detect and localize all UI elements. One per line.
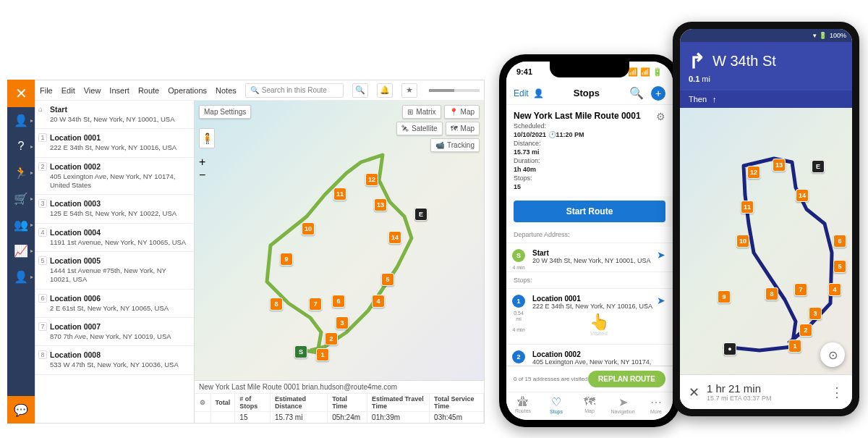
stop-row[interactable]: 1Location 0001222 E 34th St, New York, N… — [35, 129, 194, 157]
gear-icon[interactable]: ⚙ — [195, 394, 210, 412]
android-marker-13[interactable]: 13 — [773, 159, 786, 172]
sort-icon[interactable]: 👤 — [533, 88, 544, 98]
marker-10[interactable]: 10 — [302, 222, 315, 235]
stop-row[interactable]: 8Location 0008533 W 47th St, New York, N… — [35, 346, 194, 374]
marker-2[interactable]: 2 — [325, 332, 338, 345]
scrollbar[interactable] — [429, 89, 480, 92]
stop-row[interactable]: 6Location 00062 E 61st St, New York, NY … — [35, 290, 194, 318]
marker-9[interactable]: 9 — [280, 253, 293, 266]
remaining-time: 1 hr 21 min — [707, 382, 771, 395]
stop-list[interactable]: ⌂Start20 W 34th St, New York, NY 10001, … — [35, 101, 195, 423]
sidebar-help[interactable]: ?▸ — [7, 133, 35, 159]
android-marker-4[interactable]: 4 — [828, 283, 841, 296]
marker-3[interactable]: 3 — [336, 316, 349, 329]
navigate-icon[interactable]: ➤ — [657, 249, 665, 261]
search-input[interactable]: 🔍 Search in this Route — [245, 83, 344, 98]
stop-row[interactable]: 4Location 00041191 1st Avenue, New York,… — [35, 224, 194, 252]
marker-12[interactable]: 12 — [365, 173, 378, 186]
android-marker-5[interactable]: 5 — [833, 260, 846, 273]
edit-button[interactable]: Edit 👤 — [514, 88, 544, 98]
android-map[interactable]: ● 1 2 3 4 5 6 7 8 9 10 11 12 13 14 E ⊙ — [680, 108, 852, 374]
zoom-in-button[interactable]: + — [199, 156, 205, 169]
tab-routes[interactable]: 🛣Routes — [506, 395, 540, 414]
ios-stop-start[interactable]: S 4 min Start 20 W 34th St, New York, NY… — [506, 243, 673, 272]
zoom-out-button[interactable]: − — [199, 169, 205, 182]
android-marker-8[interactable]: 8 — [765, 287, 778, 300]
stop-row[interactable]: 7Location 0007870 7th Ave, New York, NY … — [35, 318, 194, 346]
map-button[interactable]: 📍 Map — [444, 105, 480, 119]
start-route-button[interactable]: Start Route — [514, 201, 665, 222]
marker-13[interactable]: 13 — [374, 198, 387, 211]
marker-1[interactable]: 1 — [316, 348, 329, 361]
stop-row[interactable]: 5Location 00051444 1st Avenue #75th, New… — [35, 252, 194, 290]
ios-tabbar: 🛣Routes ♡Stops 🗺Map ➤Navigation ⋯More — [506, 392, 673, 420]
logo-icon[interactable]: ✕ — [7, 80, 35, 107]
ios-stop-2[interactable]: 2 0.65mi6 min Location 0002 405 Lexingto… — [506, 345, 673, 366]
tab-stops[interactable]: ♡Stops — [540, 395, 573, 414]
android-marker-9[interactable]: 9 — [718, 290, 731, 303]
tracking-button[interactable]: 📹 Tracking — [430, 138, 480, 152]
sidebar-activity[interactable]: 🏃▸ — [7, 159, 35, 185]
android-marker-1[interactable]: 1 — [788, 340, 801, 353]
android-marker-11[interactable]: 11 — [741, 201, 754, 214]
navigate-icon[interactable]: ➤ — [657, 295, 665, 306]
marker-start[interactable]: S — [294, 345, 307, 358]
stop-row[interactable]: 2Location 0002405 Lexington Ave, New Yor… — [35, 158, 194, 195]
close-icon[interactable]: ✕ — [689, 384, 699, 400]
tab-map[interactable]: 🗺Map — [573, 395, 606, 414]
map-settings-button[interactable]: Map Settings — [199, 105, 251, 119]
tab-more[interactable]: ⋯More — [639, 395, 673, 414]
marker-6[interactable]: 6 — [332, 295, 345, 308]
pegman-icon[interactable]: 🧍 — [199, 128, 215, 148]
sidebar-user-gear[interactable]: 👤▸ — [7, 264, 35, 290]
menu-operations[interactable]: Operations — [168, 86, 207, 95]
menu-view[interactable]: View — [84, 86, 101, 95]
mapview-button[interactable]: 🗺 Map — [446, 122, 480, 135]
android-marker-7[interactable]: 7 — [794, 283, 807, 296]
marker-7[interactable]: 7 — [309, 298, 322, 311]
marker-5[interactable]: 5 — [381, 273, 394, 286]
marker-11[interactable]: 11 — [333, 188, 346, 201]
android-marker-12[interactable]: 12 — [747, 166, 760, 179]
bell-icon[interactable]: 🔔 — [377, 83, 393, 98]
gear-icon[interactable]: ⚙ — [656, 111, 665, 122]
sidebar-cart[interactable]: 🛒▸ — [7, 185, 35, 211]
matrix-button[interactable]: ⊞ Matrix — [402, 105, 441, 119]
android-marker-3[interactable]: 3 — [809, 307, 822, 320]
stop-row[interactable]: ⌂Start20 W 34th St, New York, NY 10001, … — [35, 101, 194, 129]
tab-nav[interactable]: ➤Navigation — [606, 395, 639, 414]
star-icon[interactable]: ★ — [401, 83, 417, 98]
android-marker-10[interactable]: 10 — [736, 235, 749, 248]
marker-end[interactable]: E — [414, 208, 427, 221]
menu-insert[interactable]: Insert — [109, 86, 129, 95]
more-icon[interactable]: ⋮ — [830, 384, 843, 400]
menu-notes[interactable]: Notes — [216, 86, 237, 95]
replan-button[interactable]: REPLAN ROUTE — [588, 371, 665, 387]
map[interactable]: Map Settings 🧍 + − ⊞ Matrix 📍 Map 🛰 Sa — [195, 101, 484, 380]
route-name-footer: New York Last Mile Route 0001 brian.huds… — [195, 381, 484, 394]
marker-14[interactable]: 14 — [388, 231, 401, 244]
android-marker-6[interactable]: 6 — [833, 235, 846, 248]
marker-8[interactable]: 8 — [270, 298, 283, 311]
ios-stop-list[interactable]: Departure Address: S 4 min Start 20 W 34… — [506, 227, 673, 366]
search-button[interactable]: 🔍 — [352, 83, 368, 98]
ios-stop-1[interactable]: 1 0.54mi4 min Location 0001 222 E 34th S… — [506, 289, 673, 345]
add-button[interactable]: + — [651, 86, 665, 101]
android-marker-14[interactable]: 14 — [796, 189, 809, 202]
satellite-button[interactable]: 🛰 Satellite — [396, 122, 443, 135]
stop-row[interactable]: 3Location 0003125 E 54th St, New York, N… — [35, 195, 194, 223]
sidebar-chart[interactable]: 📈▸ — [7, 237, 35, 264]
android-marker-end[interactable]: E — [812, 160, 825, 173]
marker-4[interactable]: 4 — [372, 295, 385, 308]
sidebar-team[interactable]: 👥▸ — [7, 211, 35, 237]
android-marker-2[interactable]: 2 — [799, 324, 812, 337]
menu-file[interactable]: File — [40, 86, 53, 95]
locate-me-button[interactable]: ⊙ — [820, 342, 845, 367]
search-icon[interactable]: 🔍 — [629, 86, 644, 100]
sidebar-add-user[interactable]: 👤▸ — [7, 107, 35, 133]
visited-marker[interactable]: 👆Visited — [532, 314, 665, 337]
menu-edit[interactable]: Edit — [61, 86, 75, 95]
chat-icon[interactable]: 💬 — [7, 396, 35, 424]
menu-route[interactable]: Route — [138, 86, 159, 95]
android-marker-current[interactable]: ● — [723, 342, 736, 355]
